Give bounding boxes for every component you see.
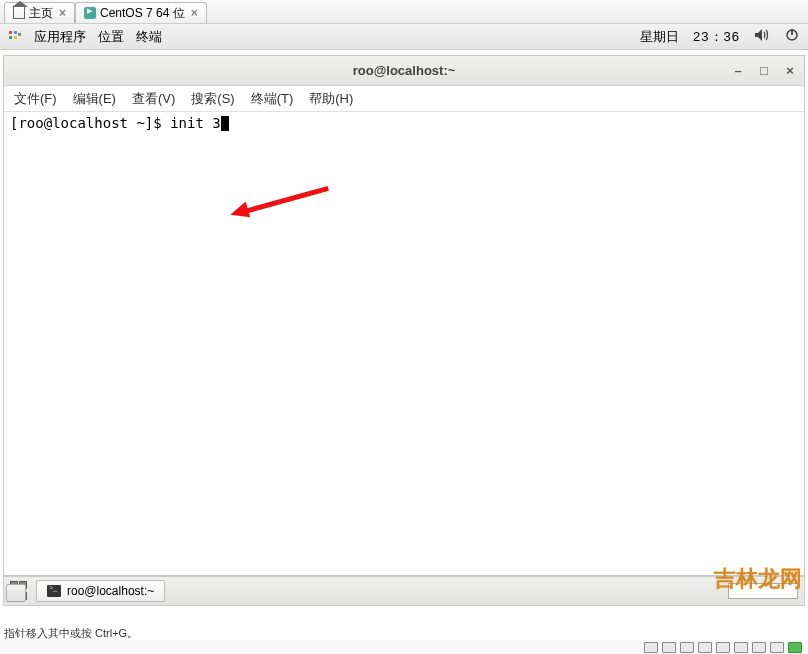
usb-icon[interactable] <box>716 642 730 653</box>
gnome-taskbar: roo@localhost:~ <box>3 576 805 606</box>
terminal-icon <box>47 585 61 597</box>
menu-places[interactable]: 位置 <box>98 28 124 46</box>
svg-rect-2 <box>9 36 12 39</box>
terminal-command: init 3 <box>170 115 221 131</box>
taskbar-item-terminal[interactable]: roo@localhost:~ <box>36 580 165 602</box>
vm-tab-home[interactable]: 主页 × <box>4 2 75 23</box>
vm-tray <box>0 640 808 654</box>
cdrom-icon[interactable] <box>662 642 676 653</box>
terminal-prompt: [roo@localhost ~]$ <box>10 115 170 131</box>
network-icon[interactable] <box>698 642 712 653</box>
svg-rect-3 <box>14 36 17 39</box>
activities-icon[interactable] <box>8 30 22 44</box>
menu-edit[interactable]: 编辑(E) <box>73 90 116 108</box>
printer-icon[interactable] <box>752 642 766 653</box>
volume-icon[interactable] <box>754 28 770 45</box>
workspace-switcher[interactable] <box>6 584 26 602</box>
desktop: roo@localhost:~ – □ × 文件(F) 编辑(E) 查看(V) … <box>0 50 808 626</box>
menu-search[interactable]: 搜索(S) <box>191 90 234 108</box>
terminal-body[interactable]: [roo@localhost ~]$ init 3 <box>4 112 804 575</box>
disk-icon[interactable] <box>644 642 658 653</box>
clock-weekday: 星期日 <box>640 28 679 46</box>
vm-tab-centos-label: CentOS 7 64 位 <box>100 5 185 22</box>
maximize-button[interactable]: □ <box>758 65 770 77</box>
clock-time: 23：36 <box>693 28 740 46</box>
terminal-window: roo@localhost:~ – □ × 文件(F) 编辑(E) 查看(V) … <box>3 55 805 576</box>
menu-file[interactable]: 文件(F) <box>14 90 57 108</box>
svg-rect-4 <box>18 33 21 36</box>
gnome-top-panel: 应用程序 位置 终端 星期日 23：36 <box>0 24 808 50</box>
power-icon[interactable] <box>784 28 800 45</box>
close-button[interactable]: × <box>784 65 796 77</box>
menu-terminal[interactable]: 终端(T) <box>251 90 294 108</box>
floppy-icon[interactable] <box>680 642 694 653</box>
menu-help[interactable]: 帮助(H) <box>309 90 353 108</box>
terminal-menubar: 文件(F) 编辑(E) 查看(V) 搜索(S) 终端(T) 帮助(H) <box>4 86 804 112</box>
window-title: roo@localhost:~ <box>353 63 456 78</box>
minimize-button[interactable]: – <box>732 65 744 77</box>
menu-terminal[interactable]: 终端 <box>136 28 162 46</box>
vm-tabs: 主页 × CentOS 7 64 位 × <box>0 0 808 24</box>
svg-rect-1 <box>14 31 17 34</box>
sound-icon[interactable] <box>734 642 748 653</box>
vm-status-hint: 指针移入其中或按 Ctrl+G。 <box>0 626 808 640</box>
close-icon[interactable]: × <box>191 6 198 20</box>
window-titlebar[interactable]: roo@localhost:~ – □ × <box>4 56 804 86</box>
window-controls: – □ × <box>732 65 796 77</box>
taskbar-item-label: roo@localhost:~ <box>67 584 154 598</box>
terminal-cursor <box>221 116 229 131</box>
watermark-text: 吉林龙网 <box>714 564 802 594</box>
vm-status-icon[interactable] <box>788 642 802 653</box>
panel-right: 星期日 23：36 <box>640 28 800 46</box>
vm-tab-centos[interactable]: CentOS 7 64 位 × <box>75 2 207 23</box>
vm-running-icon <box>84 7 96 19</box>
svg-rect-0 <box>9 31 12 34</box>
close-icon[interactable]: × <box>59 6 66 20</box>
vm-tab-home-label: 主页 <box>29 5 53 22</box>
home-icon <box>13 7 25 19</box>
menu-view[interactable]: 查看(V) <box>132 90 175 108</box>
device-icon[interactable] <box>770 642 784 653</box>
menu-applications[interactable]: 应用程序 <box>34 28 86 46</box>
